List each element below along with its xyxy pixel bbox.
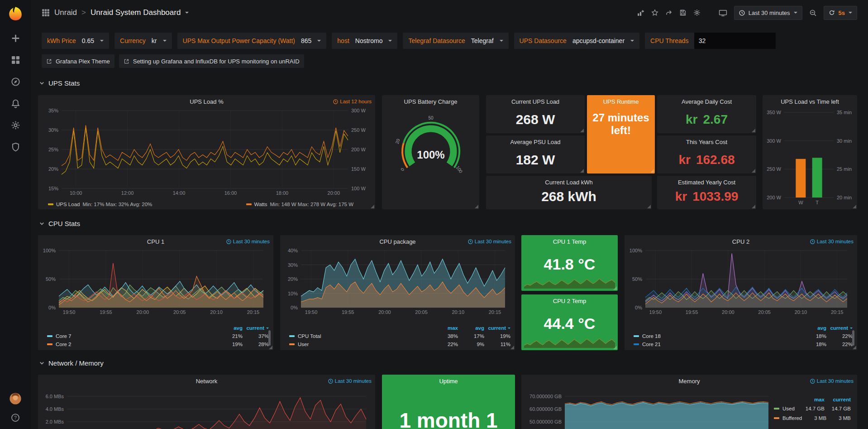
star-button[interactable] xyxy=(651,9,658,16)
legend-sort-current[interactable]: current xyxy=(243,325,269,331)
panel-title[interactable]: Current UPS Load xyxy=(486,98,585,105)
legend-row: Core 2 19% 28% xyxy=(43,340,269,348)
row-cpu-stats[interactable]: CPU Stats xyxy=(39,217,80,229)
grafana-logo[interactable] xyxy=(6,5,24,23)
ups-load-vs-time-chart[interactable]: 350 W35 min300 W30 min250 W25 min200 W20… xyxy=(764,108,855,207)
series-name[interactable]: Core 18 xyxy=(642,333,661,339)
panel-resize-handle[interactable] xyxy=(647,204,651,209)
row-ups-stats[interactable]: UPS Stats xyxy=(39,77,80,89)
network-chart[interactable]: 6.0 MBs4.0 MBs2.0 MBs xyxy=(40,393,372,429)
zoom-out-icon[interactable] xyxy=(809,9,817,17)
avatar[interactable] xyxy=(9,392,22,405)
panel-title[interactable]: Network xyxy=(38,378,375,385)
panel-title[interactable]: UPS Runtime xyxy=(587,98,655,105)
panel-title[interactable]: CPU 2 Temp xyxy=(521,298,618,304)
variable-value[interactable]: apcupsd-container xyxy=(572,37,625,44)
variable-ups-max-output[interactable]: UPS Max Output Power Capacity (Watt) 865 xyxy=(177,33,327,49)
panel-title[interactable]: Average PSU Load xyxy=(486,139,585,145)
panel-title[interactable]: Current Load kWh xyxy=(486,179,652,186)
variable-value[interactable]: Telegraf xyxy=(471,37,494,44)
variable-value[interactable]: Nostromo xyxy=(355,37,383,44)
cpu2-chart[interactable]: 100%50%0%19:5019:5520:0020:0520:1020:15 xyxy=(626,247,854,316)
configuration-gear-icon[interactable] xyxy=(11,121,20,130)
panel-resize-handle[interactable] xyxy=(751,169,756,173)
alerting-bell-icon[interactable] xyxy=(11,99,20,108)
dashboard-link-ups-monitoring[interactable]: Setting up Grafana and InfluxDB for UPS … xyxy=(119,54,304,68)
panel-title[interactable]: Uptime xyxy=(382,378,515,385)
panel-resize-handle[interactable] xyxy=(751,128,756,133)
legend-sort-current[interactable]: current xyxy=(826,325,853,331)
create-icon[interactable] xyxy=(11,34,20,43)
panel-resize-handle[interactable] xyxy=(613,286,617,290)
legend-value: 19% xyxy=(216,342,243,347)
memory-chart[interactable]: 70.000000 GB60.000000 GB50.000000 GB xyxy=(523,393,772,429)
legend-sort-avg[interactable]: avg xyxy=(800,325,826,331)
series-name[interactable]: CPU Total xyxy=(298,333,321,339)
series-name[interactable]: UPS Load xyxy=(56,202,80,207)
dashboard-link-plex-theme[interactable]: Grafana Plex Theme xyxy=(42,54,114,68)
variable-currency[interactable]: Currency kr xyxy=(114,33,172,49)
save-button[interactable] xyxy=(679,9,687,16)
legend-sort-avg[interactable]: avg xyxy=(216,325,243,331)
explore-icon[interactable] xyxy=(11,77,20,87)
panel-resize-handle[interactable] xyxy=(474,204,479,209)
server-admin-shield-icon[interactable] xyxy=(11,142,20,152)
cycle-view-tv-icon[interactable] xyxy=(719,9,727,17)
panel-resize-handle[interactable] xyxy=(650,169,654,173)
legend-sort-avg[interactable]: avg xyxy=(458,325,484,331)
series-name[interactable]: Core 21 xyxy=(642,342,661,347)
panel-title[interactable]: Average Daily Cost xyxy=(657,98,756,105)
panel-title[interactable]: UPS Battery Charge xyxy=(382,98,479,105)
series-name[interactable]: Buffered xyxy=(782,415,802,421)
legend-scrollbar[interactable] xyxy=(268,330,271,346)
panel-resize-handle[interactable] xyxy=(510,345,515,350)
dashboard-grid-icon[interactable] xyxy=(42,9,50,17)
panel-title[interactable]: CPU 1 Temp xyxy=(521,238,618,245)
variable-value[interactable]: kr xyxy=(152,37,157,44)
panel-resize-handle[interactable] xyxy=(613,345,617,350)
refresh-button[interactable]: 5s xyxy=(824,6,857,20)
share-button[interactable] xyxy=(665,9,672,16)
panel-resize-handle[interactable] xyxy=(852,345,857,350)
panel-title[interactable]: UPS Load vs Time left xyxy=(763,98,857,105)
series-name[interactable]: Used xyxy=(782,406,795,411)
series-name[interactable]: Core 7 xyxy=(56,333,72,339)
variable-telegraf-datasource[interactable]: Telegraf Datasource Telegraf xyxy=(403,33,508,49)
dashboard-settings-gear-icon[interactable] xyxy=(693,9,701,16)
ups-load-chart[interactable]: 35%300 W30%250 W25%200 W20%150 W15%100 W… xyxy=(42,107,372,197)
variable-value[interactable]: 0.65 xyxy=(82,37,94,44)
add-panel-button[interactable] xyxy=(637,9,644,17)
panel-title[interactable]: Estimated Yearly Cost xyxy=(657,179,756,186)
row-network-memory[interactable]: Network / Memory xyxy=(39,357,104,369)
panel-title[interactable]: Memory xyxy=(521,378,857,385)
breadcrumb-section[interactable]: Unraid xyxy=(54,8,77,17)
help-icon[interactable]: ? xyxy=(11,413,20,423)
panel-cpu-2: CPU 2 Last 30 minutes 100%50%0%19:5019:5… xyxy=(625,235,857,350)
cpu1-chart[interactable]: 100%50%0%19:5019:5520:0020:0520:1020:15 xyxy=(40,247,270,316)
panel-title[interactable]: This Years Cost xyxy=(657,139,756,145)
panel-resize-handle[interactable] xyxy=(268,345,273,350)
cpu-threads-input[interactable] xyxy=(694,33,776,49)
cpu-package-chart[interactable]: 40%30%20%10%0%19:5019:5520:0020:0520:102… xyxy=(282,247,511,316)
panel-resize-handle[interactable] xyxy=(751,204,756,209)
legend-sort-current[interactable]: current xyxy=(825,397,851,402)
variable-value[interactable]: 865 xyxy=(301,37,311,44)
dashboards-icon[interactable] xyxy=(11,55,20,65)
legend-scrollbar[interactable] xyxy=(852,330,854,346)
legend-sort-max[interactable]: max xyxy=(432,325,458,331)
legend-sort-max[interactable]: max xyxy=(798,397,825,402)
panel-resize-handle[interactable] xyxy=(580,128,584,133)
series-name[interactable]: Core 2 xyxy=(56,342,72,347)
breadcrumb-title[interactable]: Unraid System Dashboard xyxy=(91,8,181,17)
legend-sort-current[interactable]: current xyxy=(484,325,510,331)
series-name[interactable]: User xyxy=(298,342,309,347)
variable-kwh-price[interactable]: kWh Price 0.65 xyxy=(42,33,109,49)
series-name[interactable]: Watts xyxy=(254,202,267,207)
panel-title[interactable]: UPS Load % xyxy=(38,98,375,105)
time-picker-button[interactable]: Last 30 minutes xyxy=(734,6,802,20)
panel-resize-handle[interactable] xyxy=(370,204,375,209)
variable-host[interactable]: host Nostromo xyxy=(332,33,397,49)
panel-resize-handle[interactable] xyxy=(580,169,584,173)
panel-resize-handle[interactable] xyxy=(852,204,857,209)
variable-ups-datasource[interactable]: UPS Datasource apcupsd-container xyxy=(514,33,639,49)
